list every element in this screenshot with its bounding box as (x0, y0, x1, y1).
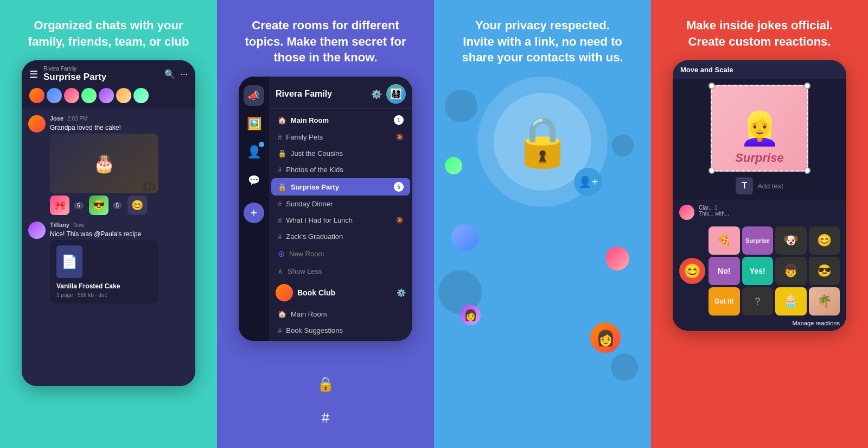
text-icon[interactable]: T (736, 177, 753, 194)
room-item-book-main[interactable]: 🏠 Main Room (271, 306, 410, 322)
lock-big-button[interactable]: 🔒 (311, 370, 340, 398)
room-item-book-suggestions[interactable]: # Book Suggestions (271, 323, 410, 338)
jose-image: 🎂 7 › (50, 134, 158, 193)
room-item-cousins[interactable]: 🔒 Just the Cousins (271, 146, 410, 161)
room-name-cousins: Just the Cousins (291, 149, 343, 157)
p2-group-name: Rivera Family (276, 89, 332, 99)
jose-name: Jose 2:03 PM (50, 115, 158, 122)
hash-big-button[interactable]: # (311, 403, 340, 432)
toolbar-title: Move and Scale (680, 66, 733, 74)
dot-circle (611, 354, 638, 381)
sticker-count: 5 (113, 202, 123, 209)
room-item-surprise-party[interactable]: 🔒 Surprise Party 5 (271, 178, 410, 195)
panel-2-headline: Create rooms for different topics. Make … (244, 17, 407, 66)
menu-icon[interactable]: ☰ (29, 68, 38, 80)
file-name: Vanilla Frosted Cake (56, 282, 152, 290)
reaction-cell-palm[interactable]: 🌴 (809, 287, 840, 316)
reaction-cell-gotit[interactable]: Got it! (709, 287, 740, 316)
hash-icon: # (278, 166, 282, 174)
tiffany-time: Now (73, 222, 84, 228)
settings-icon[interactable]: ⚙️ (371, 89, 382, 99)
sidebar-add-button[interactable]: + (244, 203, 264, 223)
privacy-illustration: 🔒 👤+ (477, 77, 608, 207)
file-meta: 1 page · 568 kb · doc (56, 292, 152, 298)
home-icon: 🏠 (278, 310, 286, 318)
hash-icon: # (278, 216, 282, 224)
p1-phone-header: ☰ Rivera Family Surprise Party 🔍 ··· (22, 60, 195, 109)
reaction-cell-surprise[interactable]: Surprise (742, 226, 774, 255)
p4-toolbar: Move and Scale (673, 60, 846, 79)
jose-avatar (28, 115, 46, 132)
avatar (116, 88, 131, 103)
room-item-new-room[interactable]: ⊕ New Room (271, 245, 410, 263)
resize-handle[interactable] (804, 167, 810, 174)
reaction-cell-person[interactable]: 👦 (775, 257, 807, 285)
book-club-settings[interactable]: ⚙️ (397, 288, 406, 297)
jose-time: 2:03 PM (67, 116, 87, 122)
sticker-person-emoji: 👱‍♀️ (739, 109, 780, 148)
floating-avatar (445, 157, 462, 174)
sticker-count: 6 (74, 202, 84, 209)
panel-4: Make inside jokes official. Create custo… (651, 0, 868, 448)
room-item-graduation[interactable]: # Zack's Graduation (271, 229, 410, 244)
more-icon[interactable]: ··· (181, 70, 188, 79)
lock-icon: 🔒 (278, 149, 286, 157)
sticker-thumb: 😎 (89, 195, 108, 215)
room-item-main-room[interactable]: 🏠 Main Room 1 (271, 111, 410, 129)
avatar (29, 88, 44, 103)
dot-circle (445, 90, 477, 122)
mute-icon: 🔕 (396, 134, 404, 141)
sticker-row: 🎀 6 😎 5 😊 (50, 195, 158, 215)
room-badge-main: 1 (394, 115, 404, 125)
sticker-surprise-text: Surprise (712, 151, 807, 165)
room-item-lunch[interactable]: # What I Had for Lunch 🔕 (271, 212, 410, 228)
reaction-cell-cake[interactable]: 🧁 (775, 287, 807, 316)
room-name-sunday-dinner: Sunday Dinner (286, 200, 333, 208)
p2-room-list: 🏠 Main Room 1 # Family Pets 🔕 🔒 Just the… (269, 109, 412, 341)
emoji-reaction-button[interactable]: 😊 (679, 258, 705, 284)
reaction-cell-yes[interactable]: Yes! (742, 257, 774, 285)
p2-group-avatar: 👨‍👩‍👧‍👦 (386, 84, 406, 104)
mute-icon: 🔕 (396, 217, 404, 224)
avatar (81, 88, 97, 103)
room-name-surprise-party: Surprise Party (291, 183, 339, 191)
reaction-cell-dog[interactable]: 🐶 (775, 226, 807, 255)
room-item-show-less[interactable]: ∧ Show Less (271, 263, 410, 279)
resize-handle[interactable] (804, 83, 810, 89)
sidebar-photo-icon[interactable]: 🖼️ (244, 113, 264, 134)
panel-3-headline: Your privacy respected. Invite with a li… (461, 17, 624, 66)
floating-avatar: 👩 (460, 305, 481, 325)
home-icon: 🏠 (278, 116, 286, 124)
room-item-photos[interactable]: # Photos of the Kids (271, 162, 410, 178)
avatar (99, 88, 114, 103)
manage-reactions-label[interactable]: Manage reactions (673, 318, 846, 331)
sidebar-person-icon[interactable]: 👤 (244, 142, 264, 162)
sidebar-chat-icon[interactable]: 💬 (244, 170, 264, 191)
reaction-cell-cool[interactable]: 😎 (809, 257, 840, 285)
floating-avatar (451, 224, 478, 251)
avatar (133, 88, 149, 103)
reaction-grid: 🍕 Surprise 🐶 😊 No! Yes! 👦 😎 Got it! ? 🧁 … (709, 226, 840, 316)
hash-icon: # (278, 232, 282, 241)
reaction-cell-question[interactable]: ? (742, 287, 774, 316)
sidebar-megaphone-icon[interactable]: 📣 (244, 85, 264, 106)
avatar (47, 88, 62, 103)
resize-handle[interactable] (709, 83, 715, 89)
plus-icon: ⊕ (278, 249, 285, 259)
panel-4-headline: Make inside jokes official. Create custo… (678, 17, 841, 49)
search-icon[interactable]: 🔍 (164, 69, 175, 79)
text-tool: T Add text (736, 177, 783, 194)
room-item-sunday-dinner[interactable]: # Sunday Dinner (271, 196, 410, 212)
room-name-book-suggestions: Book Suggestions (286, 326, 343, 335)
room-name-lunch: What I Had for Lunch (286, 216, 353, 224)
p4-canvas: 👱‍♀️ Surprise T Add text (673, 79, 846, 200)
p1-chat-area: Jose 2:03 PM Grandpa loved the cake! 🎂 7… (22, 109, 195, 386)
room-item-family-pets[interactable]: # Family Pets 🔕 (271, 129, 410, 145)
resize-handle[interactable] (709, 167, 715, 174)
hash-icon: # (278, 133, 282, 141)
room-name-graduation: Zack's Graduation (286, 232, 343, 241)
room-name-new-room: New Room (289, 250, 324, 258)
reaction-cell-no[interactable]: No! (709, 257, 740, 285)
reaction-cell-smile[interactable]: 😊 (809, 226, 840, 255)
reaction-cell-pizza[interactable]: 🍕 (709, 226, 740, 255)
